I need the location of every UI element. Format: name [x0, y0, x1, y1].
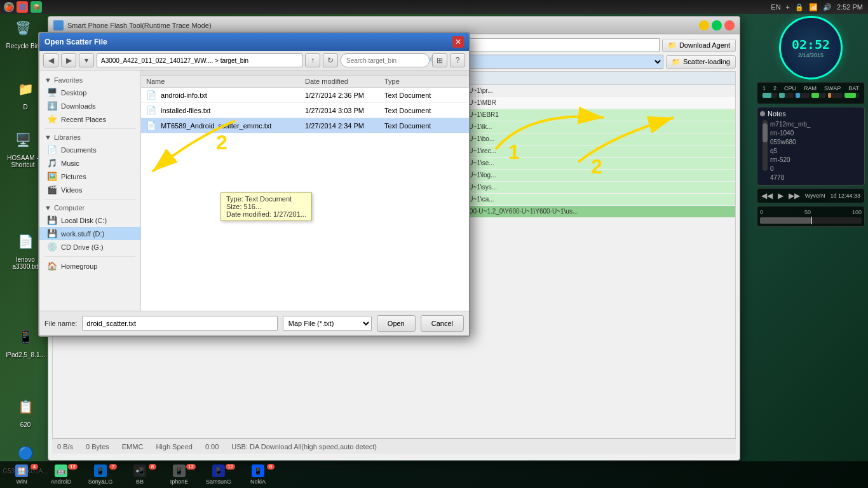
sys-bar-2 — [779, 93, 794, 98]
clock-widget: 02:52 2/14/2015 — [779, 16, 843, 79]
d-drive-icon: 📁 — [13, 76, 38, 102]
file-name: 📄 android-info.txt — [146, 90, 305, 100]
address-text: A3000_A422_011_022_140127_WW.... > targe… — [101, 57, 248, 64]
media-next-button[interactable]: ▶▶ — [789, 191, 800, 200]
file-icon-txt-2: 📄 — [146, 105, 156, 115]
col-header-date: Date modified — [305, 78, 384, 85]
window-close-button[interactable] — [724, 20, 735, 30]
filename-input[interactable] — [82, 316, 277, 331]
help-button[interactable]: ? — [450, 53, 465, 67]
nokia-badge: 6 — [267, 464, 275, 470]
open-button[interactable]: Open — [377, 315, 416, 332]
search-input[interactable] — [346, 57, 427, 64]
sidebar-item-recent[interactable]: ⭐ Recent Places — [39, 112, 140, 126]
media-play-button[interactable]: ▶ — [778, 191, 783, 200]
sidebar-item-documents[interactable]: 📄 Documents — [39, 143, 140, 156]
sys-bar-cpu-fill — [796, 93, 800, 98]
videos-icon: 🎬 — [47, 185, 57, 194]
scatter-loading-button[interactable]: 📁 Scatter-loading — [666, 55, 736, 69]
dialog-toolbar: ◀ ▶ ▾ A3000_A422_011_022_140127_WW.... >… — [39, 51, 469, 71]
window-title: Smart Phone Flash Tool(Runtime Trace Mod… — [67, 22, 699, 29]
homegroup-icon: 🏠 — [47, 261, 57, 271]
download-agent-button[interactable]: 📁 Download Agent — [662, 39, 736, 52]
sys-bar-1-fill — [763, 93, 771, 98]
media-prev-button[interactable]: ◀◀ — [761, 191, 773, 200]
plus-icon[interactable]: + — [786, 3, 790, 11]
file-item-android-info[interactable]: 📄 android-info.txt 1/27/2014 2:36 PM Tex… — [141, 88, 469, 103]
nav-up-button[interactable]: ↑ — [305, 53, 320, 67]
progress-labels: 0 50 100 — [760, 209, 862, 215]
apple-menu-icon[interactable]: 🍎 — [4, 2, 14, 12]
file-icon-scatter: 📄 — [146, 121, 156, 130]
taskbar-item-sonylg[interactable]: 📱 Sony&LG 7 — [81, 463, 119, 487]
notes-dot-icon — [760, 111, 765, 116]
app-icon-2[interactable]: 📦 — [31, 1, 42, 13]
taskbar-item-iphone[interactable]: 📱 IphonE 12 — [160, 463, 198, 487]
sidebar-label-documents: Documents — [61, 146, 97, 154]
sys-label-2: 2 — [773, 85, 776, 92]
nav-refresh-button[interactable]: ↻ — [323, 53, 338, 67]
sidebar-item-homegroup[interactable]: 🏠 Homegroup — [39, 259, 140, 273]
samsung-icon: 📱 — [212, 464, 225, 477]
status-speed: 0 B/s — [57, 443, 73, 451]
downloads-icon: ⬇️ — [47, 101, 57, 111]
favorites-expand-icon[interactable]: ▼ — [44, 76, 51, 84]
sidebar-item-videos[interactable]: 🎬 Videos — [39, 183, 140, 196]
taskbar-top-right: EN + 🔒 📶 🔊 2:52 PM — [766, 3, 868, 11]
nav-back-button[interactable]: ◀ — [43, 53, 58, 67]
sidebar-sep-3 — [44, 256, 135, 257]
filetype-select[interactable]: Map File (*.txt) — [283, 316, 372, 331]
sidebar-sep-1 — [44, 128, 135, 129]
sidebar-item-desktop[interactable]: 🖥️ Desktop — [39, 86, 140, 99]
taskbar-item-win[interactable]: 🪟 WiN 4 — [3, 463, 41, 487]
view-options-button[interactable]: ⊞ — [432, 53, 447, 67]
notes-title: Notes — [768, 110, 786, 118]
cd-drive-icon: 💿 — [47, 242, 57, 252]
lenovo-icon: 📄 — [13, 229, 38, 254]
libraries-expand-icon[interactable]: ▼ — [44, 133, 51, 141]
sidebar-label-work-d: work.stuff (D:) — [61, 230, 104, 238]
window-app-icon — [53, 20, 64, 30]
app-icon-1[interactable]: 🌀 — [17, 1, 28, 13]
file-tooltip: Type: Text Document Size: 516... Date mo… — [220, 192, 312, 221]
sidebar-label-homegroup: Homegroup — [61, 262, 97, 270]
file-type: Text Document — [384, 92, 464, 99]
dialog-close-button[interactable]: ✕ — [452, 36, 464, 48]
taskbar-item-samsung[interactable]: 📱 SamsunG 12 — [200, 463, 238, 487]
samsung-badge: 12 — [226, 464, 235, 470]
nav-dropdown-button[interactable]: ▾ — [79, 53, 94, 67]
cancel-button[interactable]: Cancel — [421, 315, 464, 332]
taskbar-item-bb[interactable]: 📲 BB 8 — [121, 463, 159, 487]
notes-scrollbar[interactable] — [763, 120, 768, 171]
android-label: AndroiD — [51, 478, 72, 485]
sidebar-item-pictures[interactable]: 🖼️ Pictures — [39, 170, 140, 183]
computer-expand-icon[interactable]: ▼ — [44, 204, 51, 212]
recycle-bin-label: Recycle Bin — [6, 43, 40, 50]
ipad-icon: 📱 — [13, 324, 38, 349]
sys-bars-container — [760, 92, 862, 101]
sidebar-item-local-c[interactable]: 💾 Local Disk (C:) — [39, 214, 140, 227]
sidebar-label-desktop: Desktop — [61, 89, 86, 97]
file-date: 1/27/2014 2:34 PM — [305, 122, 384, 130]
sidebar-item-music[interactable]: 🎵 Music — [39, 156, 140, 170]
media-uptime: 1d 12:44:33 — [830, 193, 860, 199]
taskbar-item-android[interactable]: 🤖 AndroiD 12 — [42, 463, 80, 487]
media-controls: ◀◀ ▶ ▶▶ WyverN 1d 12:44:33 — [757, 188, 865, 203]
sidebar-item-work-d[interactable]: 💾 work.stuff (D:) — [39, 227, 140, 240]
progress-bar-fill — [760, 217, 811, 224]
address-bar[interactable]: A3000_A422_011_022_140127_WW.... > targe… — [97, 53, 302, 67]
sidebar-item-cd-g[interactable]: 💿 CD Drive (G:) — [39, 240, 140, 254]
iphone-label: IphonE — [170, 478, 189, 485]
win-label: WiN — [17, 478, 27, 485]
taskbar-item-nokia[interactable]: 📱 NokiA 6 — [239, 463, 277, 487]
nav-forward-button[interactable]: ▶ — [61, 53, 76, 67]
file-item-installed-files[interactable]: 📄 installed-files.txt 1/27/2014 3:03 PM … — [141, 103, 469, 118]
window-maximize-button[interactable] — [712, 20, 722, 30]
file-item-scatter[interactable]: 📄 MT6589_Android_scatter_emmc.txt 1/27/2… — [141, 118, 469, 133]
desktop-icon-620[interactable]: 📋 620 — [3, 394, 48, 428]
sys-bar-bat — [844, 93, 859, 98]
sidebar-item-downloads[interactable]: ⬇️ Downloads — [39, 99, 140, 112]
sys-bar-swap-fill — [828, 93, 831, 98]
window-minimize-button[interactable] — [699, 20, 709, 30]
file-open-dialog: Open Scatter File ✕ ◀ ▶ ▾ A3000_A422_011… — [38, 32, 470, 337]
